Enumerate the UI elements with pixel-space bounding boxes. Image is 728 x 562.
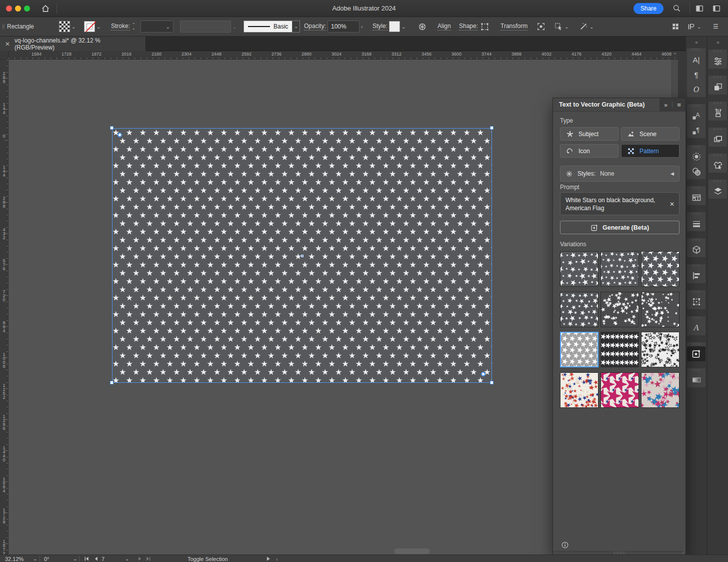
rotation-value[interactable]: 0° [44,555,50,562]
gradient-panel-icon[interactable] [687,372,706,387]
dock-group-grip[interactable]: ⠿⠿⠿ [708,76,727,80]
artboard-dropdown-chevron[interactable]: ⌄ [125,555,129,562]
recolor-artwork-icon[interactable] [418,17,426,36]
zoom-level-value[interactable]: 32.12% [5,555,24,562]
previous-artboard-icon[interactable] [93,555,100,562]
status-display-label[interactable]: Toggle Selection [188,555,228,562]
variation-thumbnail-11[interactable] [600,372,639,408]
variation-thumbnail-12[interactable] [641,372,680,408]
transform-panel-panel-icon[interactable] [687,294,706,309]
dock-group-grip[interactable]: ⠿⠿⠿ [708,180,727,184]
brushes-panel-icon[interactable] [687,149,706,164]
dock-group-grip[interactable]: ⠿⠿⠿ [708,102,727,106]
layers-panel-icon[interactable] [708,184,727,199]
controlbar-grip[interactable]: ⣿⣿ [2,17,6,36]
dock-group-grip[interactable]: ⠿⠿⠿ [708,50,727,54]
selection-center-point[interactable] [301,255,304,257]
dock-group-grip[interactable]: ⠿⠿⠿ [687,104,706,108]
stroke-swatch[interactable]: ⌄ [84,17,100,36]
collapse-panel-icon[interactable]: » [664,102,668,109]
type-option-subject[interactable]: Subject [560,127,618,141]
opacity-expand-chevron[interactable]: › [361,17,362,36]
variation-thumbnail-2[interactable] [600,251,639,287]
next-artboard-icon[interactable] [136,555,143,562]
selection-handle-top-right[interactable] [490,126,494,130]
dock-group-grip[interactable]: ⠿⠿⠿ [687,238,706,242]
controlbar-menu-icon[interactable]: ☰ [713,17,718,36]
variation-thumbnail-7-selected[interactable] [560,332,598,367]
transform-label[interactable]: Transform [500,23,528,31]
collapse-dock-icon-2[interactable]: « [708,40,728,45]
character-panel-icon[interactable]: A| [687,52,706,67]
opentype-panel-icon[interactable]: O [687,82,706,97]
stroke-weight-stepper[interactable]: ⌃⌄ [132,17,138,36]
dock-group-grip[interactable]: ⠿⠿⠿ [687,212,706,216]
arrange-documents-icon[interactable] [695,4,704,13]
variation-thumbnail-3[interactable] [641,251,680,287]
variation-thumbnail-9[interactable] [641,332,680,367]
dock-group-grip[interactable]: ⠿⠿⠿ [687,48,706,52]
horizontal-scrollbar-thumb[interactable] [394,548,430,554]
vertical-ruler[interactable]: 2881440144288432576720864100811521296144… [0,60,8,554]
first-artboard-icon[interactable] [84,555,90,562]
styles-expand-arrow[interactable]: ◀ [670,171,674,176]
3d-materials-panel-icon[interactable] [687,242,706,257]
opacity-input[interactable]: 100% [328,17,360,36]
clear-prompt-icon[interactable]: ✕ [670,200,674,208]
artboard-number-input[interactable]: 7 [102,555,104,562]
search-icon[interactable] [672,4,681,13]
collapse-dock-icon[interactable]: « [686,40,706,45]
stroke-weight-dropdown[interactable]: ⌄ [140,17,174,36]
dock-group-grip[interactable]: ⠿⠿⠿ [687,290,706,294]
align-panel-panel-icon[interactable] [687,268,706,283]
status-play-icon[interactable] [265,555,272,562]
selection-handle-bottom-left[interactable] [110,381,114,384]
paragraph-styles-panel-icon[interactable]: ¶ [687,123,706,138]
fill-swatch[interactable]: ⌄ [59,17,76,36]
swatches-panel-icon[interactable] [687,190,706,205]
tab-close-icon[interactable]: ✕ [5,41,10,48]
type-option-icon[interactable]: Icon [560,144,618,158]
styles-dropdown[interactable]: Styles: None ◀ [560,166,680,182]
isolate-object-icon[interactable] [536,17,546,36]
artboards-panel-icon[interactable] [708,132,727,147]
variation-thumbnail-4[interactable] [560,292,598,327]
horizontal-ruler[interactable]: ⌃158417281872201621602304244825922736288… [8,51,678,60]
dock-group-grip[interactable]: ⠿⠿⠿ [687,186,706,190]
variation-thumbnail-1[interactable] [560,251,598,287]
properties-panel-icon[interactable] [708,54,727,69]
shape-label[interactable]: Shape: [459,23,478,31]
selection-handle-bottom-right[interactable] [490,381,494,384]
rotation-dropdown-chevron[interactable]: ⌄ [73,555,77,562]
ruler-origin-corner[interactable] [0,51,8,60]
share-button[interactable]: Share [634,3,664,14]
generate-button[interactable]: Generate (Beta) [560,221,680,234]
panel-options-icon[interactable]: ⌄ [687,17,701,36]
quick-actions-icon[interactable]: ⌄ [579,17,594,36]
brush-definition-dropdown[interactable]: Basic ⌄ [244,17,300,36]
dock-group-grip[interactable]: ⠿⠿⠿ [687,368,706,372]
corner-radius-widget-bottom-right[interactable] [481,372,486,376]
dock-group-grip[interactable]: ⠿⠿⠿ [687,145,706,149]
variation-thumbnail-6[interactable] [641,292,680,327]
document-tab[interactable]: ✕ vq-logo-channels.ai* @ 32.12 % (RGB/Pr… [0,37,146,51]
dock-group-grip[interactable]: ⠿⠿⠿ [687,264,706,268]
transparency-panel-icon[interactable] [687,164,706,179]
text-to-vector-panel-icon[interactable] [687,346,706,361]
panel-menu-icon[interactable]: ≡ [677,101,681,109]
variation-thumbnail-10[interactable] [560,372,598,408]
align-label[interactable]: Align [438,23,451,31]
shape-widget-icon[interactable] [480,17,490,36]
character-styles-panel-icon[interactable]: A [687,108,706,123]
brush-libraries-panel-icon[interactable] [708,106,727,121]
dock-group-grip[interactable]: ⠿⠿⠿ [708,128,727,132]
last-artboard-icon[interactable] [145,555,152,562]
info-icon[interactable] [561,541,569,549]
mockup-panel-icon[interactable] [708,158,727,173]
paragraph-panel-icon[interactable]: ¶ [687,67,706,82]
symbols-panel-icon[interactable] [708,80,727,95]
status-collapse-icon[interactable]: ‹ [276,555,278,562]
stroke-label[interactable]: Stroke: [111,23,130,31]
variation-thumbnail-8[interactable] [600,332,639,367]
dock-group-grip[interactable]: ⠿⠿⠿ [687,342,706,346]
